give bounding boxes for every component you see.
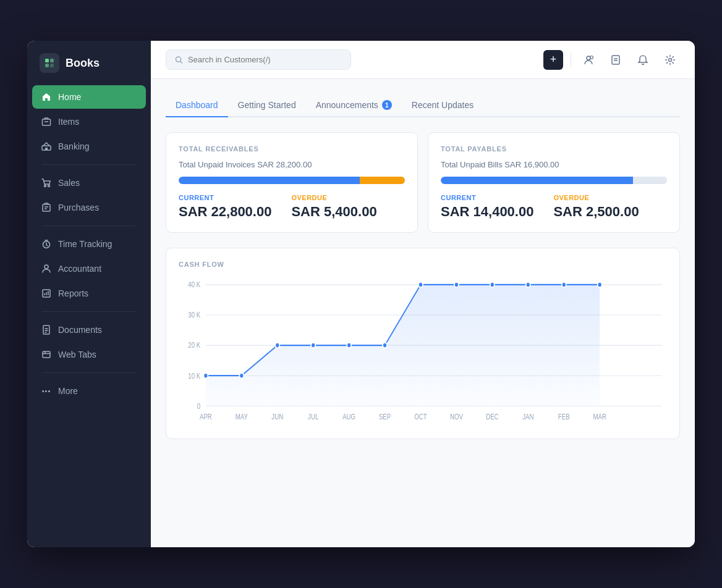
- payables-overdue-label: OVERDUE: [553, 194, 639, 201]
- svg-text:JUL: JUL: [308, 413, 318, 421]
- receivables-progress: [179, 177, 405, 184]
- sidebar-item-home[interactable]: Home: [32, 85, 146, 109]
- svg-text:AUG: AUG: [342, 413, 355, 421]
- sidebar-item-sales[interactable]: Sales: [32, 171, 146, 195]
- content-area: Dashboard Getting Started Announcements …: [151, 79, 695, 547]
- contacts-button[interactable]: [579, 50, 598, 70]
- svg-text:40 K: 40 K: [188, 280, 200, 288]
- receivables-overdue-label: OVERDUE: [291, 194, 376, 201]
- sidebar-item-items-label: Items: [58, 117, 79, 127]
- notifications-button[interactable]: [633, 50, 653, 70]
- tabs-bar: Dashboard Getting Started Announcements …: [166, 94, 680, 117]
- announcements-badge: 1: [382, 100, 392, 110]
- receivables-overdue-stat: OVERDUE SAR 5,400.00: [291, 194, 376, 220]
- svg-point-54: [562, 282, 566, 288]
- svg-point-33: [669, 58, 672, 61]
- sidebar-item-reports[interactable]: Reports: [32, 282, 146, 305]
- sidebar-item-web-tabs-label: Web Tabs: [58, 350, 96, 359]
- sidebar-item-time-tracking-label: Time Tracking: [58, 239, 112, 249]
- svg-text:20 K: 20 K: [188, 341, 200, 349]
- svg-text:JAN: JAN: [522, 413, 533, 421]
- receivables-subtitle: Total Unpaid Invoices SAR 28,200.00: [179, 160, 405, 169]
- sidebar-item-more-label: More: [58, 386, 78, 396]
- header-actions: +: [543, 50, 680, 70]
- svg-rect-7: [45, 148, 48, 150]
- svg-text:JUN: JUN: [271, 413, 283, 421]
- svg-point-8: [45, 185, 46, 187]
- app-logo: Books: [27, 53, 151, 85]
- cashflow-card: CASH FLOW 40 K 30 K 20 K 10 K: [166, 248, 680, 439]
- svg-text:MAR: MAR: [593, 413, 606, 421]
- main-area: +: [151, 41, 695, 547]
- svg-point-48: [347, 343, 351, 348]
- svg-point-53: [526, 282, 530, 288]
- svg-point-44: [203, 373, 208, 379]
- svg-point-9: [48, 185, 50, 187]
- sidebar-item-accountant[interactable]: Accountant: [32, 257, 146, 280]
- accountant-icon: [41, 263, 52, 274]
- svg-point-50: [418, 282, 423, 288]
- sales-icon: [41, 177, 52, 188]
- payables-title: TOTAL PAYABLES: [441, 145, 667, 153]
- payables-current-label: CURRENT: [441, 194, 533, 201]
- svg-text:MAY: MAY: [236, 413, 248, 421]
- svg-point-55: [598, 282, 602, 288]
- receivables-current-bar: [179, 177, 360, 184]
- divider-4: [42, 372, 136, 373]
- search-bar[interactable]: [166, 49, 351, 70]
- search-icon: [175, 56, 183, 64]
- web-tabs-icon: [41, 349, 52, 360]
- payables-stats: CURRENT SAR 14,400.00 OVERDUE SAR 2,500.…: [441, 194, 667, 220]
- notes-button[interactable]: [606, 50, 626, 70]
- sidebar-item-accountant-label: Accountant: [58, 264, 101, 274]
- cashflow-svg: 40 K 30 K 20 K 10 K 0: [179, 278, 667, 426]
- sidebar-item-items[interactable]: Items: [32, 110, 146, 133]
- tab-announcements-label: Announcements: [316, 100, 378, 110]
- sidebar-item-web-tabs[interactable]: Web Tabs: [32, 343, 146, 366]
- header-divider: [571, 52, 571, 67]
- app-name: Books: [66, 57, 100, 70]
- sidebar-item-banking[interactable]: Banking: [32, 135, 146, 158]
- sidebar-item-reports-label: Reports: [58, 288, 88, 298]
- home-icon: [41, 91, 52, 103]
- tab-recent-updates[interactable]: Recent Updates: [402, 94, 483, 117]
- svg-text:SEP: SEP: [379, 413, 391, 421]
- divider-2: [42, 225, 136, 226]
- summary-cards: TOTAL RECEIVABLES Total Unpaid Invoices …: [166, 132, 680, 233]
- sidebar-item-more[interactable]: ••• More: [32, 379, 146, 403]
- sidebar-item-purchases[interactable]: Purchases: [32, 196, 146, 219]
- tab-dashboard[interactable]: Dashboard: [166, 94, 228, 117]
- divider-1: [42, 164, 136, 165]
- svg-text:DEC: DEC: [486, 413, 498, 421]
- sidebar-item-documents-label: Documents: [58, 325, 102, 335]
- tab-dashboard-label: Dashboard: [176, 100, 218, 110]
- svg-point-49: [383, 343, 387, 348]
- svg-point-47: [311, 343, 315, 348]
- svg-point-45: [239, 373, 244, 379]
- cashflow-chart: 40 K 30 K 20 K 10 K 0: [179, 278, 667, 426]
- tab-getting-started-label: Getting Started: [238, 100, 296, 110]
- receivables-overdue-bar: [360, 177, 405, 184]
- settings-button[interactable]: [660, 50, 680, 70]
- sidebar-item-time-tracking[interactable]: Time Tracking: [32, 232, 146, 256]
- payables-card: TOTAL PAYABLES Total Unpaid Bills SAR 16…: [428, 132, 680, 233]
- sidebar-item-purchases-label: Purchases: [58, 203, 99, 212]
- svg-text:FEB: FEB: [558, 413, 570, 421]
- tab-getting-started[interactable]: Getting Started: [228, 94, 306, 117]
- search-input[interactable]: [188, 55, 342, 64]
- reports-icon: [41, 288, 52, 299]
- receivables-current-label: CURRENT: [179, 194, 271, 201]
- receivables-current-value: SAR 22,800.00: [179, 204, 271, 220]
- svg-point-52: [490, 282, 495, 288]
- tab-announcements[interactable]: Announcements 1: [306, 94, 402, 117]
- add-button[interactable]: +: [543, 50, 563, 70]
- sidebar-item-banking-label: Banking: [58, 141, 90, 151]
- purchases-icon: [41, 202, 52, 213]
- receivables-current-stat: CURRENT SAR 22,800.00: [179, 194, 271, 220]
- svg-rect-1: [50, 59, 54, 62]
- svg-rect-2: [45, 64, 49, 67]
- svg-rect-19: [43, 326, 49, 334]
- svg-point-46: [275, 343, 279, 348]
- sidebar-item-documents[interactable]: Documents: [32, 318, 146, 342]
- svg-rect-10: [43, 204, 50, 211]
